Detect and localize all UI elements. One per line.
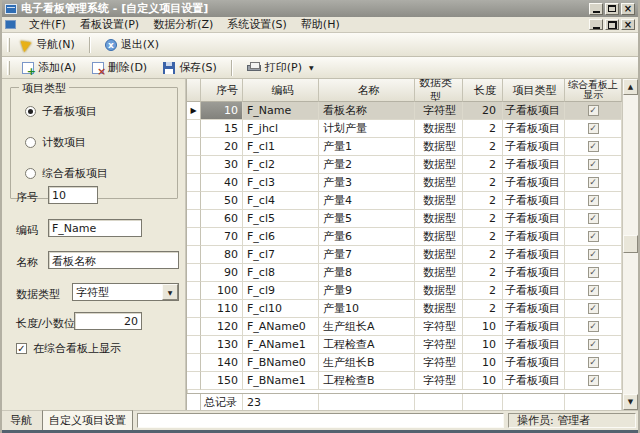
cell-name[interactable]: 生产组长B — [319, 354, 415, 372]
cell-seq[interactable]: 70 — [201, 228, 243, 246]
cell-show[interactable]: ✓ — [565, 210, 622, 228]
cell-code[interactable]: F_BName1 — [243, 372, 319, 390]
table-row[interactable]: 150 F_BName1 工程检查B 字符型 10 子看板项目 ✓ — [187, 372, 622, 390]
cell-seq[interactable]: 50 — [201, 192, 243, 210]
cell-dtype[interactable]: 数据型 — [415, 138, 463, 156]
header-name[interactable]: 名称 — [319, 79, 415, 102]
navigate-button[interactable]: 导航(N) — [14, 34, 83, 55]
cell-name[interactable]: 产量7 — [319, 246, 415, 264]
mdi-close-button[interactable]: × — [621, 19, 635, 30]
cell-length[interactable]: 2 — [463, 246, 503, 264]
cell-seq[interactable]: 10 — [201, 102, 243, 120]
cell-ptype[interactable]: 子看板项目 — [503, 336, 565, 354]
cell-dtype[interactable]: 数据型 — [415, 192, 463, 210]
menu-item-file[interactable]: 文件(F) — [22, 16, 73, 33]
table-row[interactable]: 30 F_cl2 产量2 数据型 2 子看板项目 ✓ — [187, 156, 622, 174]
table-row[interactable]: 15 F_jhcl 计划产量 数据型 2 子看板项目 ✓ — [187, 120, 622, 138]
cell-length[interactable]: 2 — [463, 138, 503, 156]
table-row[interactable]: 100 F_cl9 产量9 数据型 2 子看板项目 ✓ — [187, 282, 622, 300]
cell-code[interactable]: F_cl4 — [243, 192, 319, 210]
cell-dtype[interactable]: 字符型 — [415, 102, 463, 120]
cell-ptype[interactable]: 子看板项目 — [503, 264, 565, 282]
scroll-up-icon[interactable]: ▲ — [623, 79, 638, 95]
cell-length[interactable]: 10 — [463, 372, 503, 390]
cell-seq[interactable]: 60 — [201, 210, 243, 228]
cell-ptype[interactable]: 子看板项目 — [503, 372, 565, 390]
cell-dtype[interactable]: 数据型 — [415, 156, 463, 174]
cell-code[interactable]: F_cl2 — [243, 156, 319, 174]
cell-dtype[interactable]: 数据型 — [415, 120, 463, 138]
code-input[interactable]: F_Name — [48, 219, 142, 237]
cell-code[interactable]: F_Name — [243, 102, 319, 120]
cell-ptype[interactable]: 子看板项目 — [503, 120, 565, 138]
menu-item-help[interactable]: 帮助(H) — [294, 16, 347, 33]
cell-seq[interactable]: 110 — [201, 300, 243, 318]
print-dropdown-caret-icon[interactable]: ▼ — [309, 64, 314, 71]
table-row[interactable]: 140 F_BName0 生产组长B 字符型 10 子看板项目 ✓ — [187, 354, 622, 372]
header-ptype[interactable]: 项目类型 — [503, 79, 565, 102]
cell-show[interactable]: ✓ — [565, 246, 622, 264]
cell-show[interactable]: ✓ — [565, 174, 622, 192]
cell-length[interactable]: 10 — [463, 354, 503, 372]
cell-name[interactable]: 产量6 — [319, 228, 415, 246]
table-row[interactable]: 40 F_cl3 产量3 数据型 2 子看板项目 ✓ — [187, 174, 622, 192]
save-button[interactable]: 保存(S) — [155, 57, 225, 78]
cell-ptype[interactable]: 子看板项目 — [503, 228, 565, 246]
cell-ptype[interactable]: 子看板项目 — [503, 192, 565, 210]
menu-item-system-settings[interactable]: 系统设置(S) — [220, 16, 294, 33]
cell-dtype[interactable]: 字符型 — [415, 318, 463, 336]
cell-show[interactable]: ✓ — [565, 102, 622, 120]
dtype-select[interactable]: 字符型 ▼ — [72, 283, 179, 301]
cell-code[interactable]: F_jhcl — [243, 120, 319, 138]
cell-show[interactable]: ✓ — [565, 300, 622, 318]
cell-dtype[interactable]: 字符型 — [415, 372, 463, 390]
cell-show[interactable]: ✓ — [565, 156, 622, 174]
cell-seq[interactable]: 80 — [201, 246, 243, 264]
header-dtype[interactable]: 数据类型 — [415, 79, 463, 102]
table-row[interactable]: 60 F_cl5 产量5 数据型 2 子看板项目 ✓ — [187, 210, 622, 228]
cell-seq[interactable]: 130 — [201, 336, 243, 354]
cell-length[interactable]: 2 — [463, 210, 503, 228]
cell-length[interactable]: 2 — [463, 228, 503, 246]
cell-show[interactable]: ✓ — [565, 264, 622, 282]
cell-length[interactable]: 2 — [463, 120, 503, 138]
cell-name[interactable]: 工程检查B — [319, 372, 415, 390]
cell-name[interactable]: 产量10 — [319, 300, 415, 318]
scrollbar-thumb[interactable] — [623, 235, 638, 253]
add-button[interactable]: + 添加(A) — [14, 57, 84, 78]
cell-ptype[interactable]: 子看板项目 — [503, 282, 565, 300]
cell-name[interactable]: 产量3 — [319, 174, 415, 192]
cell-length[interactable]: 10 — [463, 336, 503, 354]
cell-length[interactable]: 2 — [463, 192, 503, 210]
header-length[interactable]: 长度 — [463, 79, 503, 102]
cell-show[interactable]: ✓ — [565, 372, 622, 390]
cell-show[interactable]: ✓ — [565, 138, 622, 156]
cell-dtype[interactable]: 字符型 — [415, 336, 463, 354]
cell-dtype[interactable]: 字符型 — [415, 354, 463, 372]
tab-navigation[interactable]: 导航 — [4, 411, 38, 430]
mdi-restore-button[interactable] — [605, 19, 619, 30]
radio-composite-kanban[interactable]: 综合看板项目 — [25, 166, 108, 181]
cell-code[interactable]: F_cl9 — [243, 282, 319, 300]
cell-code[interactable]: F_cl3 — [243, 174, 319, 192]
cell-ptype[interactable]: 子看板项目 — [503, 156, 565, 174]
close-button[interactable]: × — [621, 3, 635, 15]
name-input[interactable]: 看板名称 — [48, 251, 179, 269]
cell-length[interactable]: 2 — [463, 264, 503, 282]
cell-seq[interactable]: 20 — [201, 138, 243, 156]
table-row[interactable]: 70 F_cl6 产量6 数据型 2 子看板项目 ✓ — [187, 228, 622, 246]
tab-custom-item-settings[interactable]: 自定义项目设置 — [42, 410, 133, 431]
header-show[interactable]: 综合看板上显示 — [565, 79, 622, 102]
scrollbar-track[interactable] — [623, 95, 638, 394]
cell-show[interactable]: ✓ — [565, 228, 622, 246]
cell-show[interactable]: ✓ — [565, 354, 622, 372]
cell-code[interactable]: F_BName0 — [243, 354, 319, 372]
cell-ptype[interactable]: 子看板项目 — [503, 354, 565, 372]
cell-show[interactable]: ✓ — [565, 336, 622, 354]
table-row[interactable]: ▶ 10 F_Name 看板名称 字符型 20 子看板项目 ✓ — [187, 102, 622, 120]
mdi-minimize-button[interactable] — [589, 19, 603, 30]
cell-seq[interactable]: 40 — [201, 174, 243, 192]
cell-name[interactable]: 计划产量 — [319, 120, 415, 138]
header-code[interactable]: 编码 — [243, 79, 319, 102]
cell-name[interactable]: 产量9 — [319, 282, 415, 300]
